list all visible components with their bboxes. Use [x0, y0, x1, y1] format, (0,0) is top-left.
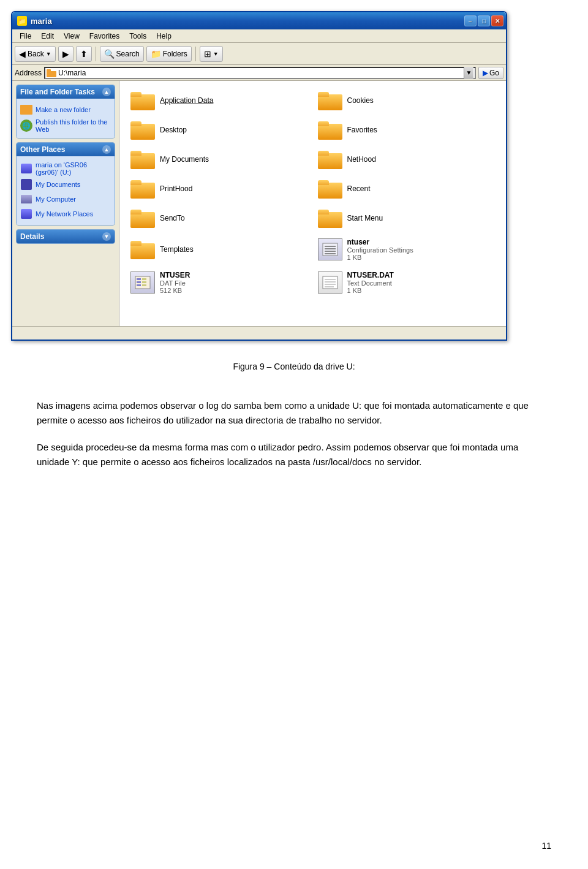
other-places-collapse[interactable]: ▲ — [102, 145, 111, 154]
folder-icon — [318, 150, 342, 169]
folder-cookies[interactable]: Cookies — [313, 87, 500, 114]
menu-tools[interactable]: Tools — [124, 31, 151, 42]
folder-icon — [130, 208, 155, 228]
menu-view[interactable]: View — [59, 31, 85, 42]
up-icon: ⬆ — [80, 49, 88, 59]
folder-icon — [130, 91, 155, 110]
other-places-body: maria on 'GSR06 (gsr06)' (U:) My Documen… — [17, 156, 115, 225]
figure-caption-text: Figura 9 – Conteúdo da drive U: — [233, 362, 355, 371]
make-new-folder-label: Make a new folder — [36, 106, 91, 113]
maximize-button[interactable]: □ — [478, 15, 490, 26]
other-places-network-item[interactable]: maria on 'GSR06 (gsr06)' (U:) — [20, 160, 111, 177]
folder-label: NetHood — [347, 155, 376, 164]
folder-start-menu[interactable]: Start Menu — [313, 205, 500, 232]
publish-icon: 🌐 — [20, 120, 32, 132]
menu-file[interactable]: File — [15, 31, 36, 42]
other-places-mydocs-item[interactable]: My Documents — [20, 177, 111, 192]
svg-rect-11 — [142, 278, 146, 280]
folder-icon — [130, 179, 155, 199]
search-icon: 🔍 — [104, 49, 115, 59]
svg-rect-12 — [142, 281, 146, 283]
file-ntuser-dat-txt[interactable]: NTUSER.DAT Text Document 1 KB — [313, 267, 500, 298]
view-dropdown-icon: ▼ — [213, 51, 219, 57]
folder-label: PrintHood — [160, 184, 192, 193]
folders-button[interactable]: 📁 Folders — [146, 46, 192, 62]
menu-favorites[interactable]: Favorites — [85, 31, 124, 42]
file-ntuser-config[interactable]: ntuser Configuration Settings 1 KB — [313, 234, 500, 265]
folder-label: Favorites — [347, 126, 377, 134]
forward-icon: ▶ — [62, 49, 69, 59]
folder-favorites[interactable]: Favorites — [313, 116, 500, 143]
page-number-text: 11 — [541, 841, 551, 851]
details-header: Details ▼ — [17, 230, 115, 243]
menu-help[interactable]: Help — [151, 31, 176, 42]
address-dropdown[interactable]: ▼ — [464, 67, 473, 79]
file-folder-tasks-collapse[interactable]: ▲ — [102, 88, 111, 96]
ntuser-dat-txt-detail: NTUSER.DAT Text Document 1 KB — [347, 271, 394, 294]
other-places-mydocs-label: My Documents — [36, 181, 80, 188]
address-folder-icon — [47, 69, 56, 77]
status-bar — [12, 326, 506, 340]
svg-rect-13 — [142, 284, 146, 286]
details-title: Details — [20, 232, 44, 241]
folder-label: SendTo — [160, 214, 185, 222]
view-button[interactable]: ⊞ ▼ — [200, 46, 223, 62]
folders-panel: Application Data Cookies Desktop Favorit… — [119, 81, 506, 326]
folder-my-documents[interactable]: My Documents — [126, 146, 313, 173]
minimize-button[interactable]: − — [464, 15, 477, 26]
folder-icon — [130, 240, 155, 259]
address-bar: Address U:\maria ▼ ▶ Go — [12, 65, 506, 81]
paragraph-1: Nas imagens acima podemos observar o log… — [37, 398, 551, 428]
left-panel: File and Folder Tasks ▲ Make a new folde… — [12, 81, 119, 326]
menu-edit[interactable]: Edit — [36, 31, 59, 42]
back-button[interactable]: ◀ Back ▼ — [15, 46, 56, 62]
folder-recent[interactable]: Recent — [313, 175, 500, 202]
ntuser-config-detail: ntuser Configuration Settings 1 KB — [347, 238, 413, 261]
newfolder-icon — [20, 104, 32, 116]
folder-nethood[interactable]: NetHood — [313, 146, 500, 173]
content-area: File and Folder Tasks ▲ Make a new folde… — [12, 81, 506, 326]
ntuser-dat-txt-icon — [318, 271, 342, 294]
folder-printhood[interactable]: PrintHood — [126, 175, 313, 202]
address-go-button[interactable]: ▶ Go — [478, 67, 503, 79]
ntuser-dat-detail: NTUSER DAT File 512 KB — [160, 271, 190, 294]
make-new-folder-item[interactable]: Make a new folder — [20, 102, 111, 117]
other-places-section: Other Places ▲ maria on 'GSR06 (gsr06)' … — [16, 142, 115, 226]
folder-desktop[interactable]: Desktop — [126, 116, 313, 143]
paragraph-2: De seguida procedeu-se da mesma forma ma… — [37, 440, 551, 469]
folder-icon — [130, 120, 155, 140]
file-ntuser-dat[interactable]: NTUSER DAT File 512 KB — [126, 267, 313, 298]
back-icon: ◀ — [19, 49, 26, 59]
folder-sendto[interactable]: SendTo — [126, 205, 313, 232]
ntuser-dat-icon — [130, 271, 155, 294]
close-button[interactable]: ✕ — [491, 15, 503, 26]
mynetwork-icon — [20, 208, 32, 220]
folder-icon — [318, 120, 342, 140]
folder-templates[interactable]: Templates — [126, 234, 313, 265]
other-places-mycomp-item[interactable]: My Computer — [20, 192, 111, 207]
publish-folder-item[interactable]: 🌐 Publish this folder to the Web — [20, 117, 111, 134]
menu-bar: File Edit View Favorites Tools Help — [12, 29, 506, 43]
folder-application-data[interactable]: Application Data — [126, 87, 313, 114]
other-places-title: Other Places — [20, 145, 65, 154]
search-button[interactable]: 🔍 Search — [100, 46, 144, 62]
back-dropdown-icon: ▼ — [46, 51, 51, 57]
address-input-wrapper[interactable]: U:\maria ▼ — [44, 67, 476, 79]
file-folder-tasks-header: File and Folder Tasks ▲ — [17, 85, 115, 99]
other-places-mynetwork-item[interactable]: My Network Places — [20, 207, 111, 221]
ntuser-config-icon — [318, 238, 342, 260]
title-buttons: − □ ✕ — [464, 15, 503, 26]
title-bar: 📁 maria − □ ✕ — [12, 12, 506, 29]
details-collapse[interactable]: ▼ — [102, 232, 111, 241]
folder-icon — [318, 179, 342, 199]
folders-label: Folders — [163, 50, 187, 58]
folder-label: Templates — [160, 245, 194, 254]
svg-rect-9 — [137, 281, 141, 283]
back-label: Back — [28, 50, 44, 58]
svg-rect-10 — [137, 284, 141, 286]
svg-rect-1 — [47, 69, 51, 72]
forward-button[interactable]: ▶ — [58, 46, 74, 62]
folders-icon: 📁 — [151, 49, 161, 59]
address-text: U:\maria — [58, 69, 462, 77]
up-button[interactable]: ⬆ — [76, 46, 92, 62]
